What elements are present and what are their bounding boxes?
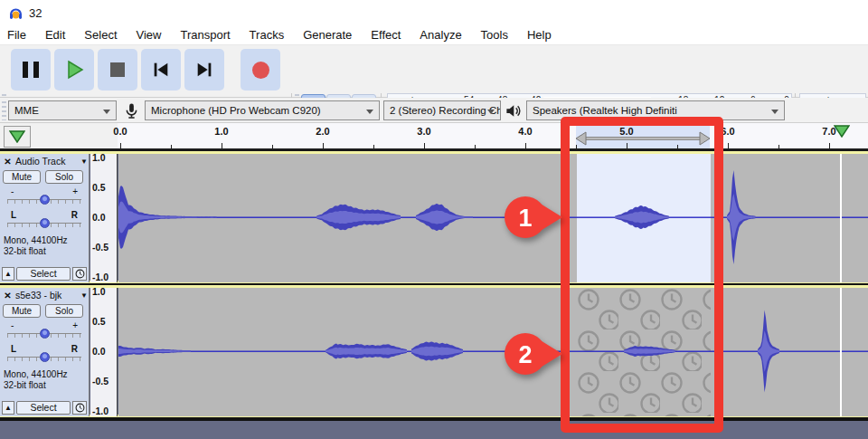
ruler-label: 2.0 [316,126,329,137]
track-1: ✕ Audio Track▼ Mute Solo - + L R [0,150,868,284]
ruler-major-tick [222,143,222,148]
quickplay-pin-icon[interactable] [834,125,850,138]
track-1-mute-button[interactable]: Mute [3,170,41,184]
clock-icon [75,403,85,413]
pan-left-label: L [11,210,16,220]
track-2-pan-slider[interactable]: L R [7,344,81,366]
tracks-bottom-border [0,418,868,421]
ruler-label: 1.0 [214,126,228,137]
track-2-vertical-scale[interactable]: 1.00.50.0-0.5-1.0 [90,288,118,416]
vscale-label: -1.0 [92,272,108,282]
track-1-select-button[interactable]: Select [16,267,71,281]
audacity-logo-icon [8,5,24,21]
ruler-major-tick [728,143,729,148]
title-bar: 32 [0,0,868,25]
track-2-mute-button[interactable]: Mute [3,304,41,318]
track-1-close-button[interactable]: ✕ [2,156,14,167]
chevron-down-icon [103,110,110,114]
recording-channels-select[interactable]: 2 (Stereo) Recording Chann [383,100,501,120]
track-1-waveform-area[interactable] [118,154,868,282]
menu-analyze[interactable]: Analyze [420,28,461,42]
window-title: 32 [29,6,42,20]
pin-playhead-button[interactable] [4,126,31,148]
pan-right-label: R [71,344,78,354]
skip-end-button[interactable] [184,49,224,91]
gain-minus: - [11,320,14,330]
device-speaker-icon [505,102,522,119]
skip-end-icon [194,60,214,80]
play-button[interactable] [54,49,94,91]
device-grabber[interactable] [2,101,6,120]
chevron-down-icon [366,110,373,114]
dropdown-arrow-icon: ▼ [80,291,88,300]
playback-cursor [840,288,842,416]
track-1-collapse-button[interactable]: ▲ [2,267,14,281]
pan-left-label: L [11,344,16,354]
track-1-pan-thumb[interactable] [40,218,50,228]
menu-effect[interactable]: Effect [371,28,401,42]
vscale-label: 0.0 [92,346,106,357]
track-2-pan-thumb[interactable] [40,352,50,362]
track-1-gain-thumb[interactable] [40,195,50,205]
recording-device-select[interactable]: Microphone (HD Pro Webcam C920) [145,100,380,120]
menu-tools[interactable]: Tools [481,28,508,42]
annotation-red-rectangle [561,117,723,433]
audio-host-select[interactable]: MME [8,100,117,120]
track-1-sync-clock-button[interactable] [72,267,87,281]
track-2-gain-thumb[interactable] [40,329,50,339]
annotation-callout-1: 1 [503,194,562,241]
record-icon [252,62,269,79]
menu-help[interactable]: Help [527,28,552,42]
track-1-gain-slider[interactable]: - + [7,186,81,208]
green-triangle-icon [9,130,25,143]
record-button[interactable] [241,49,280,91]
menu-file[interactable]: File [7,28,26,42]
recording-channels-value: 2 (Stereo) Recording Chann [390,105,501,116]
menu-view[interactable]: View [137,28,162,42]
audacity-window: 32 FileEditSelectViewTransportTracksGene… [0,0,868,439]
menu-edit[interactable]: Edit [45,28,65,42]
vscale-label: 0.5 [92,182,106,193]
menu-select[interactable]: Select [84,28,117,42]
callout-2-number: 2 [518,341,532,368]
track-2-sync-clock-button[interactable] [72,401,87,415]
track-2-title-menu[interactable]: s5e33 - bjk▼ [15,290,88,301]
ruler-minor-tick [272,145,273,148]
ruler-minor-tick [171,145,172,148]
track-area: ✕ Audio Track▼ Mute Solo - + L R [0,150,868,439]
timeline-ruler[interactable]: 0.01.02.03.04.05.06.07.0 [0,123,868,150]
track-2-close-button[interactable]: ✕ [2,290,14,301]
track-1-name: Audio Track [15,156,65,167]
track-2-collapse-button[interactable]: ▲ [2,401,14,415]
ruler-label: 4.0 [518,126,532,137]
device-toolbar: MME Microphone (HD Pro Webcam C920) 2 (S… [0,98,868,123]
vscale-label: -0.5 [92,242,108,253]
track-1-format-info: Mono, 44100Hz32-bit float [4,235,68,257]
skip-start-icon [151,60,171,80]
ruler-major-tick [120,143,121,148]
ruler-scale[interactable]: 0.01.02.03.04.05.06.07.0 [118,123,868,148]
playback-cursor [840,154,842,282]
skip-start-button[interactable] [141,49,181,91]
track-2-select-button[interactable]: Select [16,401,71,415]
menu-tracks[interactable]: Tracks [250,28,285,42]
pause-button[interactable] [11,49,51,91]
stop-icon [110,62,125,77]
track-2-solo-button[interactable]: Solo [45,304,83,318]
vscale-label: -1.0 [92,406,108,416]
ruler-label: 3.0 [417,126,430,137]
track-1-title-menu[interactable]: Audio Track▼ [15,156,88,167]
track-2-format-info: Mono, 44100Hz32-bit float [4,369,68,391]
menu-transport[interactable]: Transport [180,28,230,42]
stop-button[interactable] [98,49,137,91]
menu-generate[interactable]: Generate [303,28,352,42]
track-2-waveform-area[interactable] [118,288,868,416]
ruler-major-tick [424,143,425,148]
track-1-pan-slider[interactable]: L R [7,210,81,232]
track-1-solo-button[interactable]: Solo [45,170,83,184]
track-2-gain-slider[interactable]: - + [7,320,81,342]
track-2-name: s5e33 - bjk [15,290,61,301]
track-1-control-panel: ✕ Audio Track▼ Mute Solo - + L R [0,154,90,282]
gain-plus: + [72,320,78,330]
track-1-vertical-scale[interactable]: 1.00.50.0-0.5-1.0 [90,154,118,282]
